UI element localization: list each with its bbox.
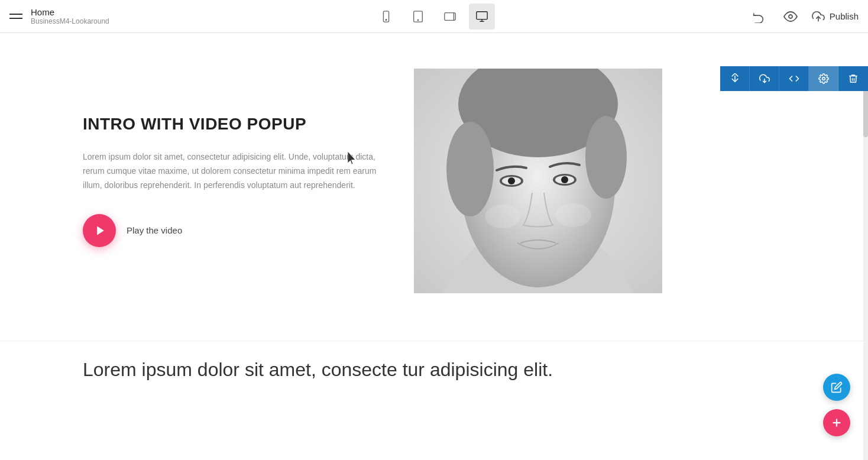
play-row: Play the video [83,214,390,247]
portrait-svg [414,69,662,293]
settings-button[interactable] [809,66,838,91]
device-switcher [128,4,740,30]
svg-point-17 [446,122,494,216]
svg-rect-6 [477,11,487,19]
topbar-right: Publish [740,6,859,27]
bottom-section: Lorem ipsum dolor sit amet, consecte tur… [0,341,868,381]
delete-button[interactable] [838,66,868,91]
fab-container [823,374,850,436]
svg-point-23 [508,177,515,184]
scrollbar-track[interactable] [863,66,868,460]
device-mobile-button[interactable] [373,4,399,30]
code-button[interactable] [779,66,809,91]
svg-point-25 [485,205,520,228]
preview-button[interactable] [780,6,801,27]
intro-left: INTRO WITH VIDEO POPUP Lorem ipsum dolor… [83,115,414,247]
topbar-title: Home BusinessM4-Lookaround [31,7,109,25]
intro-image [414,69,662,293]
download-button[interactable] [750,66,779,91]
undo-button[interactable] [748,6,769,27]
svg-point-1 [386,19,387,20]
svg-point-26 [556,203,591,227]
publish-button[interactable]: Publish [812,10,859,23]
bottom-text: Lorem ipsum dolor sit amet, consecte tur… [83,359,785,381]
topbar-left: Home BusinessM4-Lookaround [9,7,128,25]
play-label: Play the video [127,225,182,235]
intro-heading: INTRO WITH VIDEO POPUP [83,115,390,134]
publish-label: Publish [830,11,859,21]
svg-marker-12 [97,226,104,235]
page-title: Home [31,7,109,17]
play-video-button[interactable] [83,214,116,247]
project-subtitle: BusinessM4-Lookaround [31,17,109,25]
hamburger-menu-icon[interactable] [9,14,22,19]
topbar: Home BusinessM4-Lookaround [0,0,868,33]
device-tablet-button[interactable] [405,4,431,30]
device-tablet-landscape-button[interactable] [437,4,463,30]
add-fab-button[interactable] [823,409,850,436]
svg-point-11 [822,77,825,80]
device-desktop-button[interactable] [469,4,495,30]
intro-body: Lorem ipsum dolor sit amet, consectetur … [83,150,390,192]
main-content: INTRO WITH VIDEO POPUP Lorem ipsum dolor… [0,33,868,460]
svg-point-24 [561,176,568,183]
svg-point-18 [585,116,627,199]
reorder-button[interactable] [720,66,750,91]
edit-fab-button[interactable] [823,374,850,401]
section-toolbar [720,66,868,91]
svg-point-3 [417,20,418,20]
svg-point-8 [789,15,792,18]
